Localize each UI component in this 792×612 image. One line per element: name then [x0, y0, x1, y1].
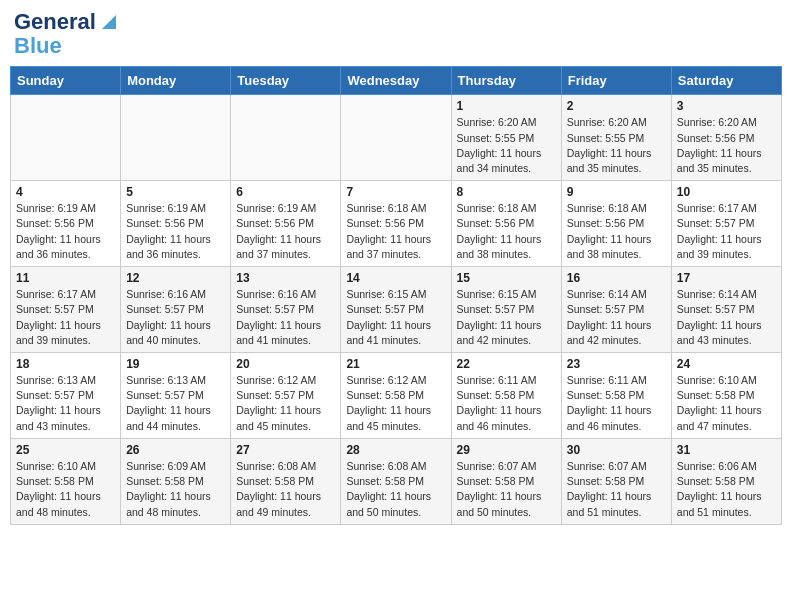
calendar-day-cell: 5Sunrise: 6:19 AMSunset: 5:56 PMDaylight…	[121, 181, 231, 267]
day-number: 14	[346, 271, 445, 285]
day-number: 15	[457, 271, 556, 285]
calendar-week-row: 1Sunrise: 6:20 AMSunset: 5:55 PMDaylight…	[11, 95, 782, 181]
calendar-day-cell	[11, 95, 121, 181]
day-info: Sunrise: 6:18 AMSunset: 5:56 PMDaylight:…	[567, 201, 666, 262]
day-number: 3	[677, 99, 776, 113]
calendar-day-cell: 14Sunrise: 6:15 AMSunset: 5:57 PMDayligh…	[341, 267, 451, 353]
day-info: Sunrise: 6:13 AMSunset: 5:57 PMDaylight:…	[16, 373, 115, 434]
day-number: 17	[677, 271, 776, 285]
day-number: 27	[236, 443, 335, 457]
day-info: Sunrise: 6:10 AMSunset: 5:58 PMDaylight:…	[16, 459, 115, 520]
day-info: Sunrise: 6:06 AMSunset: 5:58 PMDaylight:…	[677, 459, 776, 520]
calendar-day-cell: 31Sunrise: 6:06 AMSunset: 5:58 PMDayligh…	[671, 438, 781, 524]
calendar-week-row: 4Sunrise: 6:19 AMSunset: 5:56 PMDaylight…	[11, 181, 782, 267]
calendar-day-cell: 9Sunrise: 6:18 AMSunset: 5:56 PMDaylight…	[561, 181, 671, 267]
day-number: 23	[567, 357, 666, 371]
day-number: 1	[457, 99, 556, 113]
calendar-day-cell: 11Sunrise: 6:17 AMSunset: 5:57 PMDayligh…	[11, 267, 121, 353]
day-number: 10	[677, 185, 776, 199]
calendar-day-cell: 25Sunrise: 6:10 AMSunset: 5:58 PMDayligh…	[11, 438, 121, 524]
calendar-day-cell: 20Sunrise: 6:12 AMSunset: 5:57 PMDayligh…	[231, 353, 341, 439]
day-number: 31	[677, 443, 776, 457]
calendar-day-cell: 18Sunrise: 6:13 AMSunset: 5:57 PMDayligh…	[11, 353, 121, 439]
calendar-day-cell: 23Sunrise: 6:11 AMSunset: 5:58 PMDayligh…	[561, 353, 671, 439]
day-number: 7	[346, 185, 445, 199]
day-number: 29	[457, 443, 556, 457]
day-info: Sunrise: 6:14 AMSunset: 5:57 PMDaylight:…	[677, 287, 776, 348]
day-info: Sunrise: 6:19 AMSunset: 5:56 PMDaylight:…	[16, 201, 115, 262]
day-info: Sunrise: 6:10 AMSunset: 5:58 PMDaylight:…	[677, 373, 776, 434]
day-info: Sunrise: 6:11 AMSunset: 5:58 PMDaylight:…	[457, 373, 556, 434]
day-info: Sunrise: 6:07 AMSunset: 5:58 PMDaylight:…	[567, 459, 666, 520]
day-number: 30	[567, 443, 666, 457]
day-info: Sunrise: 6:16 AMSunset: 5:57 PMDaylight:…	[236, 287, 335, 348]
logo: General Blue	[14, 10, 120, 58]
calendar-day-cell	[231, 95, 341, 181]
day-info: Sunrise: 6:15 AMSunset: 5:57 PMDaylight:…	[346, 287, 445, 348]
day-info: Sunrise: 6:07 AMSunset: 5:58 PMDaylight:…	[457, 459, 556, 520]
logo-text-blue: Blue	[14, 33, 62, 58]
calendar-header-row: SundayMondayTuesdayWednesdayThursdayFrid…	[11, 67, 782, 95]
calendar-day-cell: 2Sunrise: 6:20 AMSunset: 5:55 PMDaylight…	[561, 95, 671, 181]
calendar-day-cell: 16Sunrise: 6:14 AMSunset: 5:57 PMDayligh…	[561, 267, 671, 353]
calendar-day-header: Saturday	[671, 67, 781, 95]
calendar-day-header: Friday	[561, 67, 671, 95]
calendar-day-header: Monday	[121, 67, 231, 95]
day-info: Sunrise: 6:20 AMSunset: 5:56 PMDaylight:…	[677, 115, 776, 176]
calendar-day-cell: 6Sunrise: 6:19 AMSunset: 5:56 PMDaylight…	[231, 181, 341, 267]
calendar-day-cell: 1Sunrise: 6:20 AMSunset: 5:55 PMDaylight…	[451, 95, 561, 181]
calendar-day-header: Thursday	[451, 67, 561, 95]
day-info: Sunrise: 6:17 AMSunset: 5:57 PMDaylight:…	[16, 287, 115, 348]
day-info: Sunrise: 6:16 AMSunset: 5:57 PMDaylight:…	[126, 287, 225, 348]
day-info: Sunrise: 6:15 AMSunset: 5:57 PMDaylight:…	[457, 287, 556, 348]
calendar-day-cell: 24Sunrise: 6:10 AMSunset: 5:58 PMDayligh…	[671, 353, 781, 439]
day-number: 12	[126, 271, 225, 285]
day-number: 11	[16, 271, 115, 285]
calendar-week-row: 18Sunrise: 6:13 AMSunset: 5:57 PMDayligh…	[11, 353, 782, 439]
day-number: 21	[346, 357, 445, 371]
day-info: Sunrise: 6:12 AMSunset: 5:57 PMDaylight:…	[236, 373, 335, 434]
day-info: Sunrise: 6:18 AMSunset: 5:56 PMDaylight:…	[457, 201, 556, 262]
calendar-day-cell: 8Sunrise: 6:18 AMSunset: 5:56 PMDaylight…	[451, 181, 561, 267]
calendar-day-cell: 12Sunrise: 6:16 AMSunset: 5:57 PMDayligh…	[121, 267, 231, 353]
day-number: 9	[567, 185, 666, 199]
calendar-day-cell	[341, 95, 451, 181]
calendar-day-header: Sunday	[11, 67, 121, 95]
calendar-day-cell: 28Sunrise: 6:08 AMSunset: 5:58 PMDayligh…	[341, 438, 451, 524]
day-number: 28	[346, 443, 445, 457]
day-info: Sunrise: 6:19 AMSunset: 5:56 PMDaylight:…	[236, 201, 335, 262]
day-number: 6	[236, 185, 335, 199]
day-number: 13	[236, 271, 335, 285]
day-number: 18	[16, 357, 115, 371]
page-header: General Blue	[10, 10, 782, 58]
calendar-day-cell: 17Sunrise: 6:14 AMSunset: 5:57 PMDayligh…	[671, 267, 781, 353]
day-number: 19	[126, 357, 225, 371]
day-info: Sunrise: 6:20 AMSunset: 5:55 PMDaylight:…	[567, 115, 666, 176]
logo-text-general: General	[14, 10, 96, 34]
calendar-day-cell: 19Sunrise: 6:13 AMSunset: 5:57 PMDayligh…	[121, 353, 231, 439]
calendar-day-header: Tuesday	[231, 67, 341, 95]
day-number: 4	[16, 185, 115, 199]
day-number: 5	[126, 185, 225, 199]
day-info: Sunrise: 6:09 AMSunset: 5:58 PMDaylight:…	[126, 459, 225, 520]
calendar-day-cell: 7Sunrise: 6:18 AMSunset: 5:56 PMDaylight…	[341, 181, 451, 267]
calendar-day-header: Wednesday	[341, 67, 451, 95]
calendar-day-cell: 13Sunrise: 6:16 AMSunset: 5:57 PMDayligh…	[231, 267, 341, 353]
day-info: Sunrise: 6:13 AMSunset: 5:57 PMDaylight:…	[126, 373, 225, 434]
calendar-table: SundayMondayTuesdayWednesdayThursdayFrid…	[10, 66, 782, 524]
calendar-day-cell: 27Sunrise: 6:08 AMSunset: 5:58 PMDayligh…	[231, 438, 341, 524]
svg-marker-0	[102, 15, 116, 29]
calendar-day-cell: 10Sunrise: 6:17 AMSunset: 5:57 PMDayligh…	[671, 181, 781, 267]
day-info: Sunrise: 6:18 AMSunset: 5:56 PMDaylight:…	[346, 201, 445, 262]
day-number: 16	[567, 271, 666, 285]
calendar-day-cell: 22Sunrise: 6:11 AMSunset: 5:58 PMDayligh…	[451, 353, 561, 439]
day-info: Sunrise: 6:11 AMSunset: 5:58 PMDaylight:…	[567, 373, 666, 434]
day-number: 2	[567, 99, 666, 113]
calendar-day-cell: 26Sunrise: 6:09 AMSunset: 5:58 PMDayligh…	[121, 438, 231, 524]
calendar-day-cell	[121, 95, 231, 181]
day-info: Sunrise: 6:20 AMSunset: 5:55 PMDaylight:…	[457, 115, 556, 176]
day-number: 25	[16, 443, 115, 457]
day-info: Sunrise: 6:14 AMSunset: 5:57 PMDaylight:…	[567, 287, 666, 348]
logo-triangle-icon	[98, 11, 120, 33]
calendar-day-cell: 4Sunrise: 6:19 AMSunset: 5:56 PMDaylight…	[11, 181, 121, 267]
